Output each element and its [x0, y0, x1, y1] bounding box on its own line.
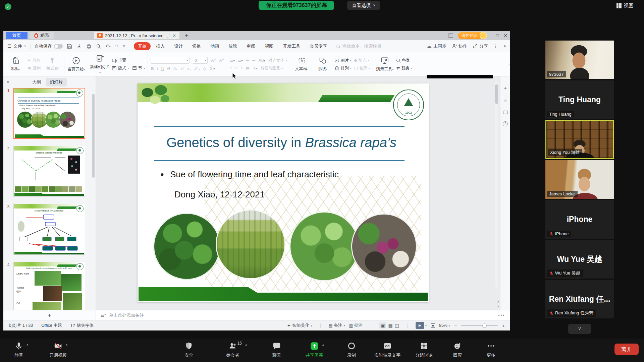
file-menu[interactable]: ☰ 文件 ∨: [7, 43, 26, 49]
beautify-icon[interactable]: ✦: [503, 86, 507, 91]
slide-thumbnail-3[interactable]: A close relative to Arabidopsis: [13, 204, 85, 255]
canvas-scrollbar-track[interactable]: [495, 80, 498, 288]
layout-button[interactable]: 版式▾: [112, 65, 129, 71]
tab-docer[interactable]: 稻壳: [30, 32, 54, 39]
arrange-button[interactable]: 排列▾: [334, 65, 352, 71]
toolbar-participants-button[interactable]: 15∧参会者: [226, 341, 239, 358]
ribbon-tab-insert[interactable]: 插入: [152, 42, 169, 50]
share-button[interactable]: 分享: [473, 43, 488, 49]
sync-status[interactable]: ☁未同步: [427, 43, 446, 49]
participant-tile-4[interactable]: James Locke: [545, 160, 614, 199]
align-text-button[interactable]: 对齐文本▾: [268, 57, 287, 63]
ribbon-tab-design[interactable]: 设计: [170, 42, 187, 50]
subscript-button[interactable]: x₂: [187, 66, 191, 71]
comments-button[interactable]: ▥批注: [349, 323, 363, 328]
tab-home[interactable]: 首页: [6, 32, 28, 39]
ribbon-tab-review[interactable]: 审阅: [243, 42, 259, 50]
toolbar-breakout-rooms-button[interactable]: 分组讨论: [415, 341, 433, 358]
view-options-button[interactable]: 查看选项 ∨: [347, 1, 380, 10]
toolbar-more-button[interactable]: 更多: [487, 341, 495, 358]
slide-thumbnail-1[interactable]: Genetics of diversity in Brassica rapa's…: [13, 88, 85, 139]
chevron-up-icon[interactable]: ∧: [322, 343, 324, 347]
upload-cast-icon[interactable]: [448, 34, 453, 38]
collaborate-button[interactable]: 协作: [452, 43, 467, 49]
normal-view-button[interactable]: ▣: [379, 322, 386, 328]
reset-button[interactable]: 重置: [112, 57, 145, 63]
align-right-button[interactable]: ≡: [240, 66, 243, 70]
font-name-select[interactable]: ▾: [151, 57, 190, 64]
toolbar-record-button[interactable]: 录制: [347, 341, 356, 358]
participant-tile-3[interactable]: Xiong You 游雄: [545, 120, 614, 159]
new-tab-button[interactable]: +: [185, 32, 188, 39]
line-spacing-button[interactable]: ⇅▾: [253, 66, 257, 70]
decrease-indent-button[interactable]: ⇤: [246, 58, 249, 63]
font-color-button[interactable]: A▾: [173, 66, 177, 71]
toolbar-mute-button[interactable]: ∧静音: [14, 341, 23, 358]
participant-tile-1[interactable]: 973637: [545, 41, 614, 79]
leave-meeting-button[interactable]: 离开: [614, 344, 639, 355]
slide-thumbnail-4[interactable]: Wide variation for morphological traits …: [13, 262, 85, 310]
toolbar-start-video-button[interactable]: ∧开启视频: [49, 341, 67, 358]
italic-button[interactable]: I: [157, 66, 158, 71]
tab-outline[interactable]: 大纲: [32, 79, 41, 85]
maximize-button[interactable]: □: [496, 33, 499, 38]
section-button[interactable]: 节▾: [132, 65, 145, 71]
add-slide-button[interactable]: +: [3, 310, 96, 320]
format-painter-button[interactable]: 格式刷: [42, 53, 63, 75]
undo-icon[interactable]: ↶▾: [106, 44, 111, 49]
toolbar-reactions-button[interactable]: 回应: [453, 341, 462, 358]
theme-name[interactable]: Office 主题: [41, 323, 62, 328]
redo-icon[interactable]: ↷: [115, 44, 118, 49]
toggle-notes-button[interactable]: ▤备注▾: [329, 323, 345, 328]
bullet-list-button[interactable]: ☰▾: [230, 58, 235, 63]
chevron-up-icon[interactable]: ∧: [245, 343, 247, 347]
zoom-out-button[interactable]: −: [454, 323, 457, 328]
copy-button[interactable]: ▣复制: [28, 65, 41, 71]
previous-slide-button[interactable]: ∧: [497, 300, 499, 303]
close-tab-icon[interactable]: ✕: [172, 33, 176, 38]
autosave-toggle[interactable]: 自动保存: [35, 43, 63, 49]
play-options-icon[interactable]: ▾: [425, 324, 427, 327]
missing-font-warning[interactable]: T?缺失字体: [70, 323, 94, 328]
shapes-button[interactable]: 形状▾: [312, 53, 333, 75]
align-left-button[interactable]: ≡: [230, 66, 232, 70]
font-size-select[interactable]: 0▾: [193, 57, 208, 64]
reading-view-button[interactable]: ◫: [395, 323, 399, 328]
minimize-button[interactable]: –: [489, 33, 491, 38]
export-icon[interactable]: [76, 44, 82, 49]
ribbon-tab-home[interactable]: 开始: [134, 42, 151, 50]
ribbon-tab-animation[interactable]: 动画: [206, 42, 223, 50]
paste-button[interactable]: 粘贴▾: [5, 53, 26, 75]
replace-button[interactable]: ⇄替换▾: [396, 65, 412, 71]
align-center-button[interactable]: ≡: [235, 66, 237, 70]
highlight-button[interactable]: 🖉▾: [194, 66, 200, 71]
zoom-slider-knob[interactable]: [482, 323, 487, 328]
to-smartart-button[interactable]: 转智能图形▾: [261, 65, 283, 71]
play-from-current-button[interactable]: 当页开始▾: [66, 53, 87, 75]
zoom-level[interactable]: 85% ▾: [439, 323, 450, 328]
favorites-icon[interactable]: ☆: [503, 98, 507, 103]
clear-format-button[interactable]: ◇: [203, 66, 206, 71]
screen-icon[interactable]: [503, 111, 508, 114]
participant-tile-5[interactable]: iPhoneiPhone: [545, 200, 614, 239]
decrease-font-button[interactable]: A⁻: [219, 57, 224, 63]
thumbnail-scrollbar[interactable]: [92, 94, 95, 178]
customize-toolbar-icon[interactable]: ▽: [123, 45, 125, 48]
toolbar-share-screen-button[interactable]: ∧共享屏幕: [306, 341, 323, 358]
ribbon-tab-transition[interactable]: 切换: [188, 42, 205, 50]
ribbon-tab-view[interactable]: 视图: [261, 42, 277, 50]
increase-indent-button[interactable]: ⇥: [252, 58, 256, 63]
outline-button[interactable]: ▢轮廓▾: [354, 65, 370, 71]
textbox-button[interactable]: A 文本框▾: [291, 53, 312, 75]
justify-button[interactable]: ▤: [246, 66, 250, 70]
participant-tile-2[interactable]: Ting HuangTing Huang: [545, 80, 614, 119]
slide-thumbnail-2[interactable]: Brassica species: U'triangle: [13, 146, 85, 197]
number-list-button[interactable]: ☱▾: [238, 58, 243, 63]
ribbon-tab-slideshow[interactable]: 放映: [224, 42, 241, 50]
slideshow-play-button[interactable]: ▶: [416, 322, 424, 329]
ribbon-tab-member[interactable]: 会员专享: [306, 42, 331, 50]
toolbar-live-transcript-button[interactable]: CC实时转录文字: [374, 341, 400, 358]
find-button[interactable]: 查找: [396, 57, 412, 63]
collapse-ribbon-icon[interactable]: ∧: [503, 44, 506, 48]
command-search[interactable]: 查找命令、搜索模板: [336, 43, 381, 49]
